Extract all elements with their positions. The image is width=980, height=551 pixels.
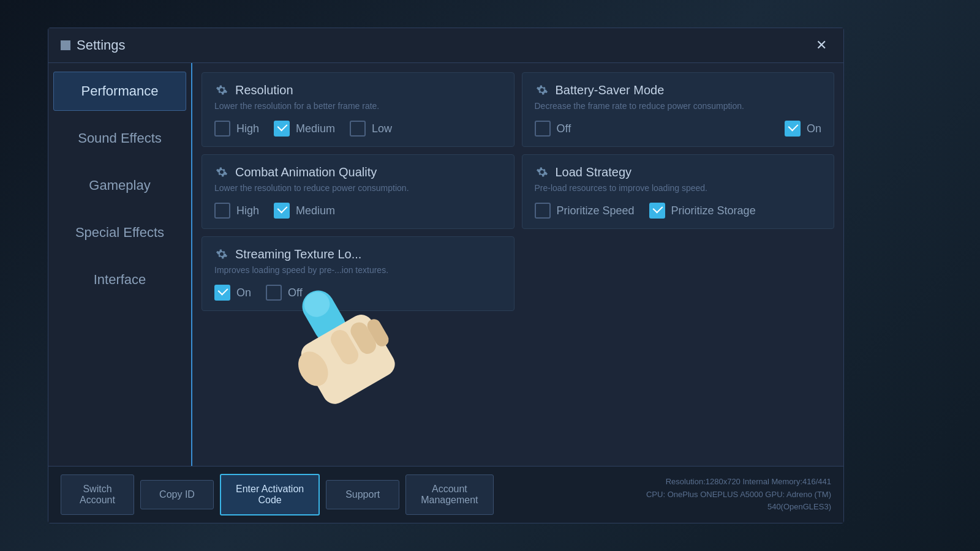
title-bar: Settings ✕ bbox=[48, 28, 843, 63]
battery-on-label: On bbox=[807, 122, 821, 135]
load-strategy-title: Load Strategy bbox=[556, 165, 632, 179]
combat-animation-card: Combat Animation Quality Lower the resol… bbox=[202, 154, 514, 229]
combat-animation-options: High Medium bbox=[214, 203, 502, 219]
combat-medium-label: Medium bbox=[296, 204, 335, 217]
combat-high-checkbox[interactable] bbox=[214, 203, 230, 219]
battery-saver-desc: Decrease the frame rate to reduce power … bbox=[535, 101, 822, 111]
streaming-off[interactable]: Off bbox=[266, 285, 303, 301]
sidebar-item-gameplay[interactable]: Gameplay bbox=[53, 166, 186, 205]
prioritize-storage-label: Prioritize Storage bbox=[671, 204, 756, 217]
resolution-title: Resolution bbox=[235, 83, 293, 97]
svg-rect-2 bbox=[61, 47, 64, 48]
battery-saver-card: Battery-Saver Mode Decrease the frame ra… bbox=[522, 72, 835, 147]
account-management-button[interactable]: Account Management bbox=[405, 474, 493, 515]
battery-saver-title: Battery-Saver Mode bbox=[556, 83, 665, 97]
resolution-header: Resolution bbox=[214, 83, 502, 97]
switch-account-button[interactable]: Switch Account bbox=[61, 474, 134, 515]
sidebar-item-special-effects[interactable]: Special Effects bbox=[53, 213, 186, 252]
prioritize-speed-checkbox[interactable] bbox=[535, 203, 551, 219]
resolution-options: High Medium Low bbox=[214, 121, 502, 137]
system-info: Resolution:1280x720 Internal Memory:416/… bbox=[646, 476, 831, 514]
enter-activation-button[interactable]: Enter Activation Code bbox=[220, 474, 320, 515]
streaming-on-checkbox[interactable] bbox=[214, 285, 230, 301]
resolution-medium[interactable]: Medium bbox=[274, 121, 335, 137]
svg-rect-1 bbox=[67, 42, 70, 43]
battery-on-checkbox[interactable] bbox=[785, 121, 801, 137]
gear-icon-resolution bbox=[214, 83, 229, 97]
svg-rect-0 bbox=[61, 42, 64, 43]
resolution-low-label: Low bbox=[372, 122, 392, 135]
resolution-high-label: High bbox=[236, 122, 259, 135]
sidebar-item-sound-effects[interactable]: Sound Effects bbox=[53, 119, 186, 158]
streaming-off-checkbox[interactable] bbox=[266, 285, 282, 301]
copy-id-button[interactable]: Copy ID bbox=[140, 480, 214, 509]
combat-high-label: High bbox=[236, 204, 259, 217]
streaming-texture-card: Streaming Texture Lo... Improves loading… bbox=[202, 236, 514, 311]
streaming-texture-header: Streaming Texture Lo... bbox=[214, 247, 502, 261]
bottom-bar: Switch Account Copy ID Enter Activation … bbox=[48, 466, 843, 523]
combat-animation-title: Combat Animation Quality bbox=[235, 165, 377, 179]
resolution-desc: Lower the resolution for a better frame … bbox=[214, 101, 502, 111]
combat-high[interactable]: High bbox=[214, 203, 259, 219]
load-strategy-desc: Pre-load resources to improve loading sp… bbox=[535, 183, 822, 193]
sidebar-item-interface[interactable]: Interface bbox=[53, 260, 186, 299]
settings-dialog: Settings ✕ Performance Sound Effects Gam… bbox=[48, 28, 844, 523]
sidebar-item-performance[interactable]: Performance bbox=[53, 72, 186, 111]
gear-icon-combat bbox=[214, 165, 229, 179]
combat-medium[interactable]: Medium bbox=[274, 203, 335, 219]
battery-saver-options: Off On bbox=[535, 121, 822, 137]
svg-rect-3 bbox=[67, 47, 70, 48]
combat-medium-checkbox[interactable] bbox=[274, 203, 290, 219]
load-strategy-card: Load Strategy Pre-load resources to impr… bbox=[522, 154, 835, 229]
streaming-texture-options: On Off bbox=[214, 285, 502, 301]
gear-icon-streaming bbox=[214, 247, 229, 261]
resolution-medium-checkbox[interactable] bbox=[274, 121, 290, 137]
settings-icon bbox=[61, 40, 70, 50]
resolution-high-checkbox[interactable] bbox=[214, 121, 230, 137]
streaming-on[interactable]: On bbox=[214, 285, 251, 301]
battery-off[interactable]: Off bbox=[535, 121, 571, 137]
title-left: Settings bbox=[61, 37, 126, 53]
streaming-on-label: On bbox=[236, 287, 251, 299]
combat-animation-desc: Lower the resolution to reduce power con… bbox=[214, 183, 502, 193]
main-content: Performance Sound Effects Gameplay Speci… bbox=[48, 63, 843, 466]
battery-off-label: Off bbox=[557, 122, 571, 135]
support-button[interactable]: Support bbox=[326, 480, 399, 509]
gear-icon-battery bbox=[535, 83, 549, 97]
resolution-medium-label: Medium bbox=[296, 122, 335, 135]
load-strategy-header: Load Strategy bbox=[535, 165, 822, 179]
resolution-card: Resolution Lower the resolution for a be… bbox=[202, 72, 514, 147]
prioritize-storage[interactable]: Prioritize Storage bbox=[649, 203, 756, 219]
battery-on[interactable]: On bbox=[785, 121, 821, 137]
dialog-title: Settings bbox=[77, 37, 126, 53]
streaming-off-label: Off bbox=[288, 287, 303, 299]
combat-animation-header: Combat Animation Quality bbox=[214, 165, 502, 179]
prioritize-storage-checkbox[interactable] bbox=[649, 203, 665, 219]
prioritize-speed[interactable]: Prioritize Speed bbox=[535, 203, 635, 219]
battery-saver-header: Battery-Saver Mode bbox=[535, 83, 822, 97]
content-area: Resolution Lower the resolution for a be… bbox=[192, 63, 843, 466]
streaming-texture-desc: Improves loading speed by pre-...ion tex… bbox=[214, 265, 502, 275]
resolution-low-checkbox[interactable] bbox=[350, 121, 366, 137]
resolution-high[interactable]: High bbox=[214, 121, 259, 137]
close-button[interactable]: ✕ bbox=[812, 36, 831, 55]
prioritize-speed-label: Prioritize Speed bbox=[557, 204, 635, 217]
streaming-texture-title: Streaming Texture Lo... bbox=[235, 247, 361, 261]
resolution-low[interactable]: Low bbox=[350, 121, 392, 137]
battery-off-checkbox[interactable] bbox=[535, 121, 551, 137]
load-strategy-options: Prioritize Speed Prioritize Storage bbox=[535, 203, 822, 219]
gear-icon-load bbox=[535, 165, 549, 179]
sidebar: Performance Sound Effects Gameplay Speci… bbox=[48, 63, 192, 466]
